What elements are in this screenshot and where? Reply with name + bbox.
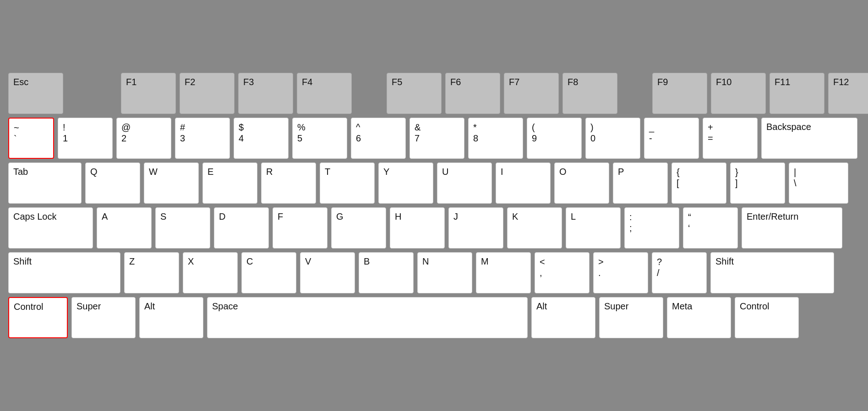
- key-tab[interactable]: Tab: [8, 162, 82, 204]
- key-bottom-label: 8: [473, 133, 478, 144]
- key-f[interactable]: F: [273, 207, 328, 249]
- key-5[interactable]: %5: [292, 118, 347, 159]
- key-f2[interactable]: F2: [180, 73, 235, 114]
- key-f12[interactable]: F12: [828, 73, 868, 114]
- key-bottom-label: 1: [63, 133, 68, 144]
- key-backspace[interactable]: Backspace: [761, 118, 857, 159]
- key-6[interactable]: ^6: [351, 118, 406, 159]
- key-c[interactable]: C: [241, 252, 296, 293]
- key-lshift[interactable]: Shift: [8, 252, 120, 293]
- key-7[interactable]: &7: [409, 118, 464, 159]
- key-label: E: [207, 167, 213, 177]
- key-y[interactable]: Y: [378, 162, 433, 204]
- key-label: X: [188, 256, 194, 267]
- key-bottom-label: ‘: [688, 222, 690, 233]
- key-9[interactable]: (9: [527, 118, 582, 159]
- key-a[interactable]: A: [97, 207, 152, 249]
- key-minus[interactable]: _-: [644, 118, 699, 159]
- key-n[interactable]: N: [417, 252, 472, 293]
- key-g[interactable]: G: [331, 207, 386, 249]
- key-rctrl[interactable]: Control: [735, 297, 799, 338]
- key-ralt[interactable]: Alt: [531, 297, 595, 338]
- key-lbracket[interactable]: {[: [671, 162, 726, 204]
- key-label: F2: [185, 77, 195, 87]
- key-top-label: ): [590, 122, 594, 133]
- key-p[interactable]: P: [613, 162, 668, 204]
- key-capslock[interactable]: Caps Lock: [8, 207, 93, 249]
- key-f9[interactable]: F9: [652, 73, 707, 114]
- key-label: F1: [126, 77, 136, 87]
- key-quote[interactable]: “‘: [683, 207, 738, 249]
- key-lsuper[interactable]: Super: [71, 297, 136, 338]
- key-bottom-label: 4: [239, 133, 244, 144]
- key-backslash[interactable]: |\: [789, 162, 848, 204]
- key-i[interactable]: I: [496, 162, 551, 204]
- key-slash[interactable]: ?/: [652, 252, 707, 293]
- key-semicolon[interactable]: :;: [624, 207, 679, 249]
- key-u[interactable]: U: [437, 162, 492, 204]
- key-f1[interactable]: F1: [121, 73, 176, 114]
- key-enter[interactable]: Enter/Return: [742, 207, 842, 249]
- key-label: Y: [383, 167, 389, 177]
- key-j[interactable]: J: [448, 207, 503, 249]
- key-label: D: [219, 211, 225, 222]
- key-label: Space: [212, 301, 238, 312]
- key-q[interactable]: Q: [85, 162, 140, 204]
- key-lalt[interactable]: Alt: [139, 297, 203, 338]
- key-bottom-label: 3: [180, 133, 185, 144]
- key-b[interactable]: B: [359, 252, 414, 293]
- key-f7[interactable]: F7: [504, 73, 559, 114]
- key-comma[interactable]: <,: [535, 252, 590, 293]
- key-meta[interactable]: Meta: [667, 297, 731, 338]
- key-h[interactable]: H: [390, 207, 445, 249]
- key-x[interactable]: X: [183, 252, 238, 293]
- key-label: Alt: [536, 301, 547, 312]
- key-w[interactable]: W: [144, 162, 199, 204]
- key-2[interactable]: @2: [116, 118, 171, 159]
- keyboard: EscF1F2F3F4F5F6F7F8F9F10F11F12~`!1@2#3$4…: [0, 65, 868, 346]
- key-z[interactable]: Z: [124, 252, 179, 293]
- key-bottom-label: [: [677, 178, 679, 189]
- key-d[interactable]: D: [214, 207, 269, 249]
- key-0[interactable]: )0: [585, 118, 640, 159]
- key-k[interactable]: K: [507, 207, 562, 249]
- key-label: I: [501, 167, 503, 177]
- key-equals[interactable]: +=: [703, 118, 758, 159]
- key-f6[interactable]: F6: [445, 73, 500, 114]
- key-f11[interactable]: F11: [770, 73, 824, 114]
- key-label: T: [325, 167, 330, 177]
- key-lctrl[interactable]: Control: [8, 297, 68, 338]
- key-esc[interactable]: Esc: [8, 73, 63, 114]
- key-space[interactable]: Space: [207, 297, 528, 338]
- key-v[interactable]: V: [300, 252, 355, 293]
- key-3[interactable]: #3: [175, 118, 230, 159]
- key-rsuper[interactable]: Super: [599, 297, 663, 338]
- key-label: Meta: [672, 301, 692, 312]
- key-top-label: |: [794, 167, 796, 178]
- key-1[interactable]: !1: [58, 118, 113, 159]
- key-e[interactable]: E: [202, 162, 257, 204]
- key-l[interactable]: L: [566, 207, 621, 249]
- key-rshift[interactable]: Shift: [710, 252, 834, 293]
- key-f4[interactable]: F4: [297, 73, 352, 114]
- key-f5[interactable]: F5: [387, 73, 442, 114]
- key-backtick[interactable]: ~`: [8, 118, 54, 159]
- key-bottom-label: ]: [735, 178, 738, 189]
- key-top-label: *: [473, 122, 477, 133]
- key-label: G: [336, 211, 344, 222]
- key-f8[interactable]: F8: [562, 73, 617, 114]
- key-8[interactable]: *8: [468, 118, 523, 159]
- spacer: [67, 73, 117, 114]
- key-bottom-label: 7: [415, 133, 420, 144]
- key-s[interactable]: S: [155, 207, 210, 249]
- key-f3[interactable]: F3: [238, 73, 293, 114]
- key-m[interactable]: M: [476, 252, 531, 293]
- key-rbracket[interactable]: }]: [730, 162, 785, 204]
- key-f10[interactable]: F10: [711, 73, 766, 114]
- key-o[interactable]: O: [554, 162, 609, 204]
- key-4[interactable]: $4: [234, 118, 289, 159]
- key-period[interactable]: >.: [593, 252, 648, 293]
- keyboard-row-bottom-row: ControlSuperAltSpaceAltSuperMetaControl: [8, 297, 860, 338]
- key-t[interactable]: T: [320, 162, 375, 204]
- key-r[interactable]: R: [261, 162, 316, 204]
